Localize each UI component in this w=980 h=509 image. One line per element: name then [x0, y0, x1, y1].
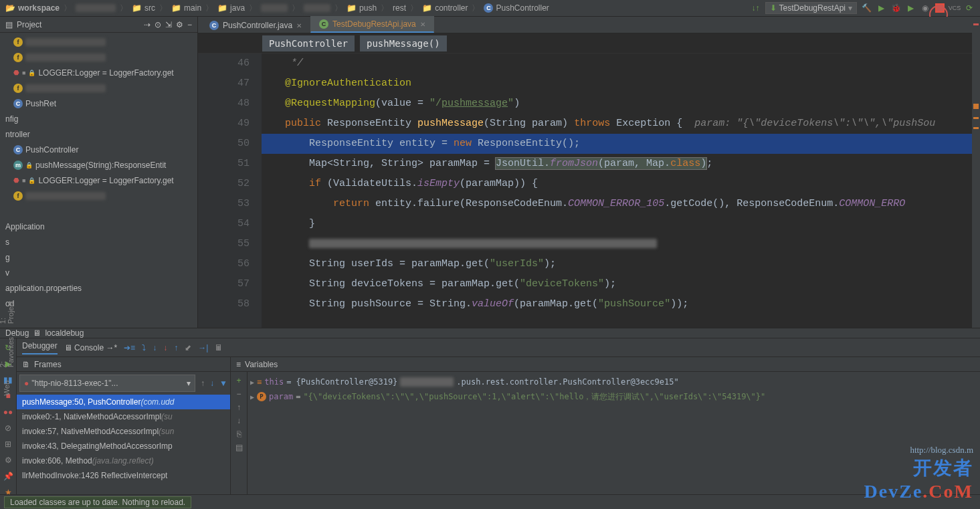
- next-frame-icon[interactable]: ↓: [207, 379, 217, 388]
- profile-icon[interactable]: ◉: [920, 3, 930, 13]
- tree-item[interactable]: CPushRet: [0, 96, 197, 111]
- tree-item[interactable]: ntroller: [0, 126, 197, 142]
- thread-dropdown[interactable]: ● "http-nio-8113-exec-1"... ▾: [19, 375, 195, 392]
- console-tab[interactable]: 🖥 Console →*: [64, 343, 117, 352]
- collapse-icon[interactable]: ⇢: [144, 20, 151, 29]
- frame-item[interactable]: pushMessage:50, PushController (com.udd: [17, 395, 230, 409]
- filter-icon[interactable]: ▼: [217, 379, 230, 388]
- pin-icon[interactable]: 📌: [3, 471, 13, 482]
- variable-item[interactable]: ▶ P param = "{\"deviceTokens\":\"\",\"pu…: [250, 389, 977, 404]
- project-tree[interactable]: ff⬣ ■ 🔒 LOGGER:Logger = LoggerFactory.ge…: [0, 33, 197, 328]
- rail-favorites[interactable]: 2: Favorites: [0, 337, 15, 367]
- tree-item[interactable]: ⬣ ■ 🔒 LOGGER:Logger = LoggerFactory.get: [0, 65, 197, 80]
- variable-item[interactable]: ▶ ≡ this = {PushController@5319} .push.r…: [250, 375, 977, 389]
- remove-watch-icon[interactable]: −: [236, 389, 241, 399]
- debug-panel: Debug 🖥 localdebug ↻ ▶ ▮▮ ■ ●● ⊘ ⊞ ⚙ 📌 ★…: [0, 328, 980, 498]
- update-icon[interactable]: ⟳: [964, 3, 975, 13]
- gear-icon[interactable]: ⚙: [176, 20, 183, 29]
- layout-icon[interactable]: ⊞: [3, 439, 13, 449]
- prev-frame-icon[interactable]: ↑: [198, 379, 207, 388]
- nav-controller[interactable]: 📁 controller: [422, 3, 468, 13]
- evaluate-icon[interactable]: 🖩: [215, 343, 223, 352]
- tree-item[interactable]: application.properties: [0, 280, 197, 296]
- project-tool-icon[interactable]: ▤: [5, 20, 13, 29]
- vars-icon: ≡: [236, 360, 241, 369]
- frame-item[interactable]: llrMethodInvoke:1426 ReflectiveIntercept: [17, 468, 230, 483]
- breadcrumb-nav: 📂workspace 〉 〉 📁 src 〉 📁 main 〉 📁 java 〉…: [0, 0, 980, 17]
- tree-item[interactable]: nfig: [0, 111, 197, 126]
- tree-item[interactable]: f: [0, 34, 197, 49]
- watermark: http://blog.csdn.m 开发者 DevZe.CoM: [864, 445, 973, 502]
- tree-item[interactable]: od: [0, 296, 197, 311]
- frames-panel: 🗎 Frames ● "http-nio-8113-exec-1"... ▾ ↑…: [17, 357, 231, 502]
- tree-item[interactable]: CPushController: [0, 142, 197, 157]
- force-step-icon[interactable]: ↓: [163, 343, 167, 352]
- close-icon[interactable]: ✕: [296, 22, 302, 29]
- make-icon[interactable]: 🔨: [861, 3, 872, 13]
- down-icon[interactable]: ↓: [237, 416, 241, 425]
- show-exec-icon[interactable]: ➔≡: [124, 343, 135, 352]
- tree-item[interactable]: m 🔒 pushMessage(String):ResponseEntit: [0, 157, 197, 173]
- run-cursor-icon[interactable]: →|: [198, 343, 208, 352]
- sidebar-header: ▤ Project ⇢ ⊙ ⇲ ⚙ −: [0, 17, 197, 33]
- debugger-tab[interactable]: Debugger: [22, 341, 58, 354]
- expand-icon[interactable]: ⇲: [165, 20, 172, 29]
- tree-item[interactable]: v: [0, 265, 197, 280]
- debug-icon[interactable]: 🐞: [890, 3, 901, 13]
- bc-method[interactable]: pushMessage(): [360, 35, 447, 52]
- tree-item[interactable]: Application: [0, 219, 197, 234]
- nav-src[interactable]: 📁 src: [132, 3, 155, 13]
- sidebar-title: Project: [17, 20, 41, 29]
- tree-item[interactable]: [0, 203, 197, 219]
- mute-bp-icon[interactable]: ⊘: [3, 423, 13, 433]
- tree-item[interactable]: f: [0, 188, 197, 203]
- run-config-dropdown[interactable]: ⬇ TestDebugRestApi ▾: [765, 2, 857, 14]
- tree-item[interactable]: s: [0, 234, 197, 249]
- tree-item[interactable]: g: [0, 249, 197, 265]
- more-icon[interactable]: ▤: [235, 443, 243, 452]
- close-icon[interactable]: ✕: [420, 21, 425, 28]
- nav-workspace[interactable]: 📂workspace: [5, 3, 60, 13]
- tree-item[interactable]: f: [0, 80, 197, 96]
- step-out-icon[interactable]: ↑: [174, 343, 178, 352]
- nav-rest[interactable]: rest: [393, 3, 406, 13]
- nav-push[interactable]: 📁 push: [347, 3, 377, 13]
- nav-main[interactable]: 📁 main: [171, 3, 201, 13]
- rail-project[interactable]: 1: Project: [0, 301, 15, 324]
- code-content[interactable]: */ @IgnoreAuthentication @RequestMapping…: [262, 54, 980, 328]
- gutter[interactable]: 46474849505152535455565758: [198, 54, 262, 328]
- compile-icon[interactable]: ↓↑: [751, 3, 761, 13]
- nav-java[interactable]: 📁 java: [217, 3, 245, 13]
- target-icon[interactable]: ⊙: [155, 20, 161, 29]
- view-bp-icon[interactable]: ●●: [3, 407, 13, 417]
- add-watch-icon[interactable]: +: [236, 376, 241, 385]
- step-over-icon[interactable]: ⤵: [142, 343, 146, 352]
- tree-item[interactable]: f: [0, 49, 197, 65]
- vcs-icon[interactable]: VCS: [949, 3, 960, 13]
- rail-web[interactable]: Web: [3, 381, 11, 395]
- tree-item[interactable]: ⬣ ■ 🔒 LOGGER:Logger = LoggerFactory.get: [0, 173, 197, 188]
- frame-item[interactable]: invoke:606, Method (java.lang.reflect): [17, 453, 230, 468]
- up-icon[interactable]: ↑: [237, 403, 241, 412]
- run-icon[interactable]: ▶: [876, 3, 886, 13]
- error-stripe[interactable]: [972, 54, 980, 328]
- frame-list[interactable]: pushMessage:50, PushController (com.uddi…: [17, 395, 230, 502]
- frame-item[interactable]: invoke:43, DelegatingMethodAccessorImp: [17, 439, 230, 453]
- nav-class[interactable]: C PushController: [484, 3, 549, 13]
- hide-icon[interactable]: −: [187, 20, 192, 29]
- tab-pushcontroller[interactable]: C PushController.java ✕: [201, 17, 310, 33]
- coverage-icon[interactable]: ▶: [905, 3, 916, 13]
- step-into-icon[interactable]: ↓: [153, 343, 157, 352]
- debug-config-icon: 🖥: [33, 328, 41, 338]
- frame-item[interactable]: invoke:57, NativeMethodAccessorImpl (sun: [17, 424, 230, 439]
- status-bar: Loaded classes are up to date. Nothing t…: [0, 494, 980, 509]
- bc-class[interactable]: PushController: [262, 35, 355, 52]
- settings-icon[interactable]: ⚙: [3, 455, 13, 466]
- debug-config[interactable]: localdebug: [45, 328, 84, 338]
- copy-icon[interactable]: ⎘: [237, 429, 241, 439]
- stop-button[interactable]: [935, 3, 945, 13]
- drop-frame-icon[interactable]: ⬋: [185, 343, 191, 352]
- frame-item[interactable]: invoke0:-1, NativeMethodAccessorImpl (su: [17, 409, 230, 424]
- tab-testdebug[interactable]: C TestDebugRestApi.java ✕: [310, 16, 434, 33]
- debug-label: Debug: [5, 328, 29, 338]
